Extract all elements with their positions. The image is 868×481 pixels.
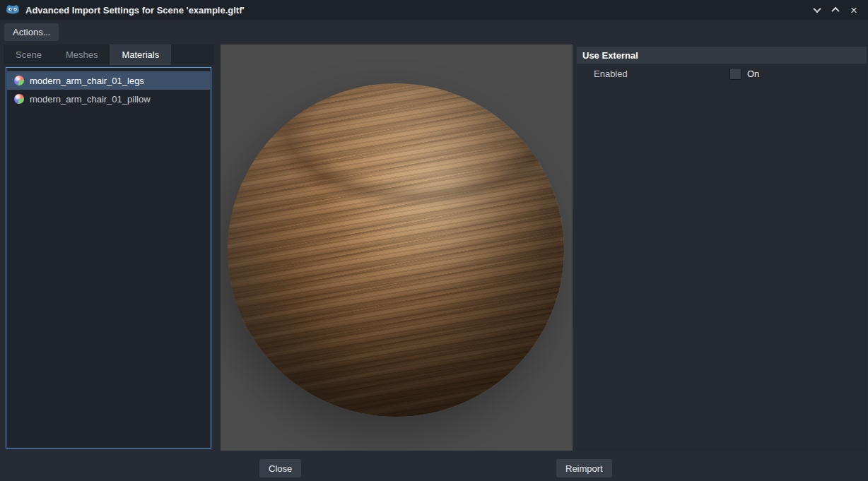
close-icon: × [850,4,857,16]
menubar: Actions... [0,20,868,44]
enabled-label: Enabled [594,69,628,79]
tab-meshes[interactable]: Meshes [54,44,110,65]
actions-button[interactable]: Actions... [4,23,59,41]
enabled-property-row: Enabled On [577,65,867,83]
material-sphere-icon [14,76,24,85]
godot-logo-icon [6,4,20,16]
material-sphere-icon [14,94,24,104]
reimport-button[interactable]: Reimport [556,459,612,477]
window-title: Advanced Import Settings for Scene 'exam… [25,5,245,16]
material-item-legs[interactable]: modern_arm_chair_01_legs [7,71,210,90]
enabled-value-label: On [747,69,759,79]
close-window-button[interactable]: × [847,3,861,17]
tab-scene[interactable]: Scene [4,44,54,65]
inspector-panel: Use External Enabled On [577,44,867,451]
titlebar: Advanced Import Settings for Scene 'exam… [0,0,868,20]
material-item-label: modern_arm_chair_01_pillow [30,94,151,105]
materials-list-panel: modern_arm_chair_01_legs modern_arm_chai… [6,67,211,449]
material-preview-viewport[interactable] [221,44,573,451]
close-button[interactable]: Close [259,459,301,477]
chevron-up-icon [831,7,839,15]
use-external-section-header[interactable]: Use External [577,47,867,64]
maximize-button[interactable] [828,3,843,17]
material-item-pillow[interactable]: modern_arm_chair_01_pillow [7,90,210,108]
tab-bar: Scene Meshes Materials [4,44,214,65]
window-controls: × [810,3,868,17]
material-item-label: modern_arm_chair_01_legs [30,76,144,86]
preview-sphere [228,83,564,417]
tab-materials[interactable]: Materials [110,44,171,65]
window-shade-button[interactable] [810,3,824,17]
section-title: Use External [582,50,638,61]
chevron-down-icon [813,5,821,13]
enabled-checkbox[interactable] [729,68,741,80]
